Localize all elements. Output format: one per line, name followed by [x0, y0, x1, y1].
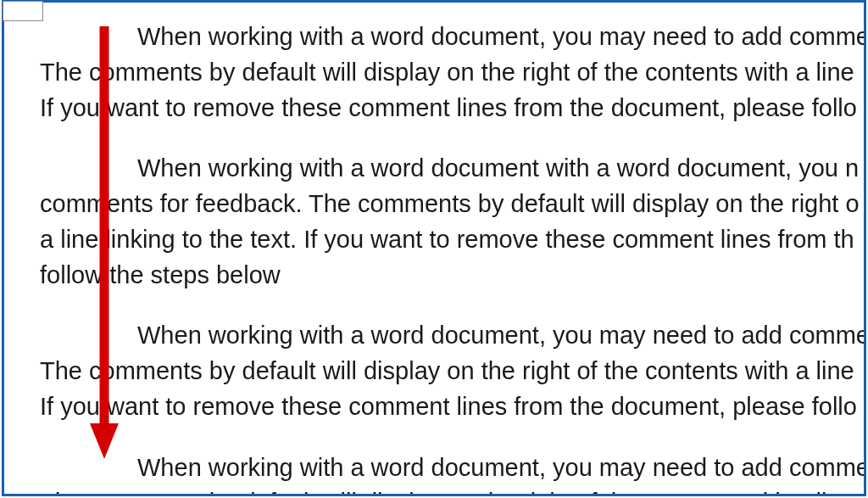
document-viewport: When working with a word document, you m… — [2, 0, 866, 496]
para-text: a line linking to the text. If you want … — [40, 226, 854, 253]
para-text: The comments by default will display on … — [40, 59, 854, 86]
para-text: comments for feedback. The comments by d… — [40, 190, 860, 217]
para-text: The comments by default will display on … — [40, 489, 854, 494]
para-text: When working with a word document, you m… — [137, 322, 864, 349]
paragraph-4: When working with a word document, you m… — [40, 450, 864, 495]
para-text: If you want to remove these comment line… — [40, 94, 857, 121]
para-text: When working with a word document with a… — [137, 154, 859, 182]
paragraph-2: When working with a word document with a… — [40, 151, 864, 293]
selection-handle[interactable] — [3, 1, 43, 21]
para-text: The comments by default will display on … — [40, 357, 854, 384]
para-text: follow the steps below — [40, 261, 281, 288]
paragraph-3: When working with a word document, you m… — [40, 318, 864, 424]
paragraph-1: When working with a word document, you m… — [40, 20, 864, 126]
document-content: When working with a word document, you m… — [40, 20, 864, 494]
para-text: When working with a word document, you m… — [137, 23, 864, 50]
para-text: When working with a word document, you m… — [137, 454, 864, 481]
para-text: If you want to remove these comment line… — [40, 393, 857, 420]
